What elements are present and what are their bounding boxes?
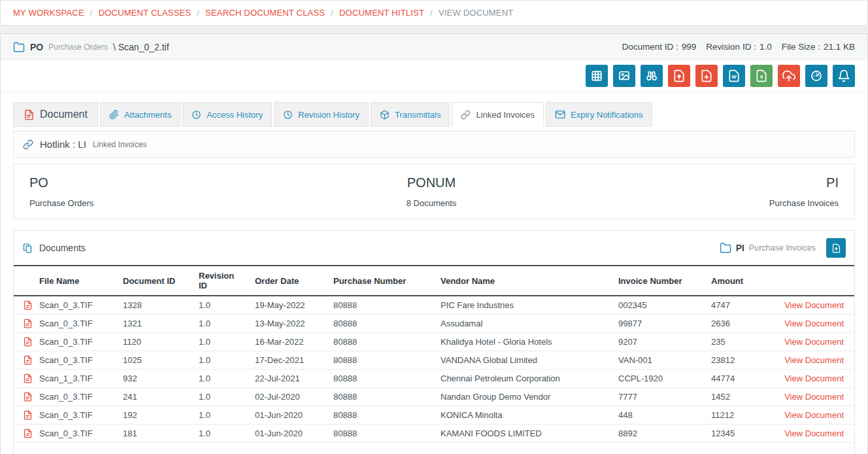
view-document-link[interactable]: View Document <box>784 319 844 328</box>
document-file-name: \ Scan_0_2.tif <box>113 42 169 52</box>
cell-rev: 1.0 <box>193 425 250 443</box>
breadcrumb-item-document-hitlist[interactable]: DOCUMENT HITLIST <box>339 8 424 18</box>
cell-amount: 1452 <box>706 388 769 406</box>
tab-attachments[interactable]: Attachments <box>100 102 180 127</box>
tab-linked-invoices[interactable]: Linked Invoices <box>452 102 544 127</box>
table-row: Scan_0_3.TIF13281.019-May-202280888PIC F… <box>14 296 854 315</box>
document-id-label: Document ID : <box>622 42 678 52</box>
action-column-header <box>769 266 854 296</box>
target-class-code: PI <box>769 175 839 190</box>
linked-documents-table: File Name Document ID Revision ID Order … <box>14 265 854 443</box>
cell-rev: 1.0 <box>193 370 250 388</box>
view-document-link[interactable]: View Document <box>784 392 844 402</box>
cell-date: 22-Jul-2021 <box>250 370 328 388</box>
tab-revision-history[interactable]: Revision History <box>274 102 369 127</box>
add-document-button[interactable] <box>695 65 718 87</box>
search-button[interactable] <box>641 65 663 87</box>
document-class-name: Purchase Orders <box>48 43 108 52</box>
word-document-button[interactable]: W <box>723 65 745 87</box>
file-plus-icon <box>700 69 713 82</box>
cell-po: 80888 <box>328 370 435 388</box>
tab-expiry-notifications[interactable]: Expiry Notifications <box>546 102 652 127</box>
cell-invoice: 7777 <box>613 388 706 406</box>
document-meta: Document ID :999 Revision ID :1.0 File S… <box>622 42 855 52</box>
file-size-value: 21.1 KB <box>824 42 855 52</box>
cell-file: Scan_1_3.TIF <box>34 370 118 388</box>
cell-vendor: KAMANI FOODS LIMITED <box>435 425 613 443</box>
view-document-link[interactable]: View Document <box>784 410 844 420</box>
image-view-button[interactable] <box>613 65 635 87</box>
breadcrumb: MY WORKSPACE / DOCUMENT CLASSES / SEARCH… <box>0 0 868 26</box>
source-class-code: PO <box>29 175 93 190</box>
excel-file-icon: X <box>755 69 768 82</box>
breadcrumb-item-search-document-class[interactable]: SEARCH DOCUMENT CLASS <box>205 8 325 18</box>
tab-label: Revision History <box>298 110 359 120</box>
cell-po: 80888 <box>328 333 435 351</box>
cloud-upload-button[interactable] <box>778 65 800 87</box>
cell-invoice: 9207 <box>613 333 706 351</box>
cell-file: Scan_0_3.TIF <box>34 406 118 425</box>
tab-transmittals[interactable]: Transmittals <box>371 102 450 127</box>
table-row: Scan_1_3.TIF9321.022-Jul-202180888Chenna… <box>14 370 854 388</box>
cell-vendor: Assudamal <box>435 315 613 333</box>
cell-doc_id: 181 <box>118 425 193 443</box>
tab-document[interactable]: Document <box>13 102 98 127</box>
document-header: PO Purchase Orders \ Scan_0_2.tif Docume… <box>1 34 867 60</box>
breadcrumb-item-view-document: VIEW DOCUMENT <box>439 8 514 18</box>
cell-po: 80888 <box>328 351 435 370</box>
table-view-button[interactable] <box>586 65 608 87</box>
tab-label: Linked Invoices <box>476 110 535 120</box>
icon-column-header <box>14 266 34 296</box>
view-document-link[interactable]: View Document <box>784 428 844 438</box>
column-header-order-date: Order Date <box>250 266 328 296</box>
cell-po: 80888 <box>328 406 435 425</box>
file-upload-icon <box>831 243 841 253</box>
notifications-button[interactable] <box>833 65 855 87</box>
table-row: Scan_0_3.TIF10251.017-Dec-202180888VANDA… <box>14 351 854 370</box>
cell-rev: 1.0 <box>193 333 250 351</box>
breadcrumb-item-my-workspace[interactable]: MY WORKSPACE <box>13 8 84 18</box>
cell-date: 01-Jun-2020 <box>250 425 328 443</box>
cell-amount: 11212 <box>706 406 769 425</box>
hotlink-subtitle: Linked Invoices <box>93 140 147 149</box>
view-document-link[interactable]: View Document <box>784 337 844 347</box>
cell-invoice: CCPL-1920 <box>613 370 706 388</box>
link-icon <box>23 139 33 150</box>
breadcrumb-separator: / <box>197 8 199 18</box>
tab-label: Expiry Notifications <box>571 110 643 120</box>
svg-text:W: W <box>731 74 737 80</box>
cell-date: 19-May-2022 <box>250 296 328 315</box>
cell-vendor: Chennai Petroleum Corporation <box>435 370 613 388</box>
checkin-invoice-button[interactable] <box>826 238 846 258</box>
checkin-document-button[interactable] <box>668 65 690 87</box>
cell-file: Scan_0_3.TIF <box>34 333 118 351</box>
excel-document-button[interactable]: X <box>750 65 773 87</box>
cell-vendor: VANDANA Global Limited <box>435 351 613 370</box>
file-icon <box>23 410 33 420</box>
file-icon <box>23 300 33 310</box>
clock-icon <box>192 110 201 120</box>
cell-doc_id: 1328 <box>118 296 193 315</box>
source-class-name: Purchase Orders <box>29 198 93 208</box>
view-document-link[interactable]: View Document <box>784 374 844 383</box>
cell-rev: 1.0 <box>193 315 250 333</box>
cell-vendor: Khalidya Hotel - Gloria Hotels <box>435 333 613 351</box>
view-document-link[interactable]: View Document <box>784 300 844 310</box>
binoculars-icon <box>645 69 658 82</box>
documents-title-label: Documents <box>39 243 86 253</box>
tab-label: Document <box>40 109 88 120</box>
dashboard-button[interactable] <box>805 65 827 87</box>
cell-file: Scan_0_3.TIF <box>34 425 118 443</box>
clock-icon <box>283 110 293 120</box>
svg-text:X: X <box>760 74 763 80</box>
table-row: Scan_0_3.TIF2411.002-Jul-202080888Nandan… <box>14 388 854 406</box>
column-header-document-id: Document ID <box>118 266 193 296</box>
bell-icon <box>837 69 850 82</box>
view-document-link[interactable]: View Document <box>784 355 844 365</box>
table-row: Scan_0_3.TIF1921.001-Jun-202080888KONICA… <box>14 406 854 425</box>
view-document-panel: PO Purchase Orders \ Scan_0_2.tif Docume… <box>0 33 868 454</box>
breadcrumb-item-document-classes[interactable]: DOCUMENT CLASSES <box>99 8 192 18</box>
cell-doc_id: 1120 <box>118 333 193 351</box>
tab-access-history[interactable]: Access History <box>182 102 272 127</box>
copy-pages-icon <box>22 243 33 254</box>
